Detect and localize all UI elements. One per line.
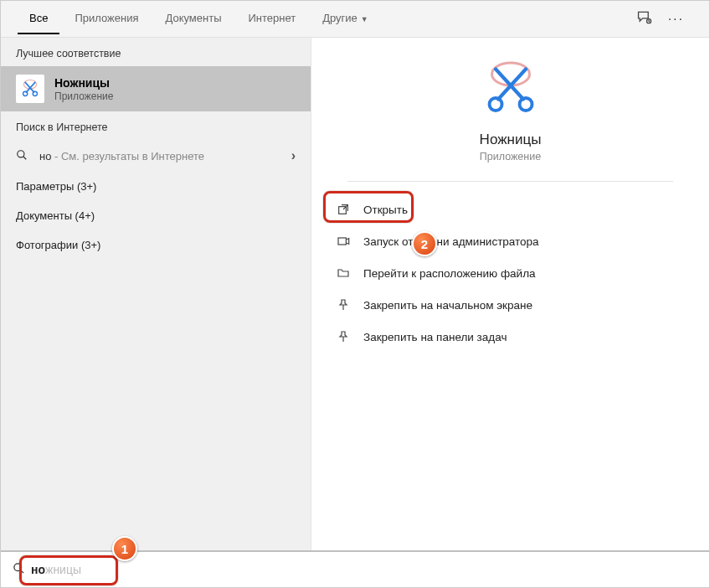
web-prefix: но bbox=[39, 150, 51, 162]
preview-pane: Ножницы Приложение Открыть Запуск от име… bbox=[311, 38, 709, 550]
category-parameters[interactable]: Параметры (3+) bbox=[1, 172, 311, 201]
results-list: Лучшее соответствие Ножницы Приложение bbox=[1, 38, 311, 550]
action-location-label: Перейти к расположению файла bbox=[363, 267, 536, 280]
svg-point-4 bbox=[23, 91, 28, 95]
action-open-location[interactable]: Перейти к расположению файла bbox=[332, 257, 689, 289]
tab-more[interactable]: Другие▼ bbox=[311, 3, 380, 34]
search-input[interactable] bbox=[32, 563, 697, 576]
search-results-body: Лучшее соответствие Ножницы Приложение bbox=[1, 38, 709, 550]
admin-icon bbox=[335, 233, 352, 250]
action-pin-taskbar-label: Закрепить на панели задач bbox=[363, 331, 507, 343]
divider bbox=[347, 181, 674, 182]
best-match-title: Ножницы bbox=[54, 76, 113, 90]
action-open[interactable]: Открыть bbox=[332, 193, 689, 225]
action-admin-label: Запуск от имени администратора bbox=[363, 235, 539, 248]
tab-all[interactable]: Все bbox=[18, 3, 59, 34]
svg-point-8 bbox=[491, 63, 529, 85]
svg-line-18 bbox=[20, 570, 23, 573]
feedback-icon[interactable] bbox=[636, 9, 653, 29]
tab-more-label: Другие bbox=[322, 12, 358, 24]
search-icon bbox=[16, 149, 31, 163]
web-result-text: но - См. результаты в Интернете bbox=[39, 150, 283, 162]
web-suffix: - См. результаты в Интернете bbox=[51, 150, 204, 162]
svg-point-6 bbox=[18, 150, 24, 157]
pin-taskbar-icon bbox=[335, 328, 352, 345]
chevron-down-icon: ▼ bbox=[361, 15, 368, 23]
tab-documents[interactable]: Документы bbox=[153, 3, 233, 34]
svg-point-17 bbox=[14, 564, 22, 571]
action-pin-start-label: Закрепить на начальном экране bbox=[363, 299, 532, 312]
svg-rect-14 bbox=[338, 238, 346, 245]
folder-icon bbox=[335, 265, 352, 281]
svg-point-12 bbox=[519, 98, 532, 111]
category-documents[interactable]: Документы (4+) bbox=[1, 201, 311, 230]
preview-app-title: Ножницы bbox=[480, 132, 542, 148]
action-pin-start[interactable]: Закрепить на начальном экране bbox=[332, 289, 689, 321]
best-match-item[interactable]: Ножницы Приложение bbox=[1, 66, 311, 111]
windows-search-panel: Все Приложения Документы Интернет Другие… bbox=[0, 0, 710, 588]
best-match-header: Лучшее соответствие bbox=[1, 38, 311, 66]
category-photos[interactable]: Фотографии (3+) bbox=[1, 230, 311, 260]
tab-web[interactable]: Интернет bbox=[236, 3, 307, 34]
tab-apps[interactable]: Приложения bbox=[63, 3, 150, 34]
search-icon bbox=[13, 562, 25, 577]
best-match-subtitle: Приложение bbox=[54, 90, 113, 102]
search-filter-tabs: Все Приложения Документы Интернет Другие… bbox=[1, 1, 709, 38]
snipping-tool-icon bbox=[16, 75, 44, 103]
svg-line-3 bbox=[26, 82, 35, 92]
action-open-label: Открыть bbox=[363, 204, 408, 216]
action-list: Открыть Запуск от имени администратора П… bbox=[311, 193, 709, 353]
preview-app-subtitle: Приложение bbox=[480, 151, 541, 162]
options-icon[interactable]: ··· bbox=[668, 12, 684, 27]
svg-line-2 bbox=[25, 82, 33, 92]
open-icon bbox=[335, 201, 352, 218]
action-run-as-admin[interactable]: Запуск от имени администратора bbox=[332, 225, 689, 257]
svg-line-7 bbox=[23, 156, 27, 159]
web-search-result[interactable]: но - См. результаты в Интернете › bbox=[1, 140, 311, 172]
search-bar: ножницы bbox=[1, 550, 709, 587]
pin-start-icon bbox=[335, 297, 352, 313]
app-icon-large bbox=[481, 58, 541, 118]
svg-point-5 bbox=[33, 91, 37, 95]
web-search-header: Поиск в Интернете bbox=[1, 111, 311, 140]
action-pin-taskbar[interactable]: Закрепить на панели задач bbox=[332, 321, 689, 353]
svg-point-11 bbox=[489, 98, 502, 111]
chevron-right-icon: › bbox=[291, 148, 296, 163]
